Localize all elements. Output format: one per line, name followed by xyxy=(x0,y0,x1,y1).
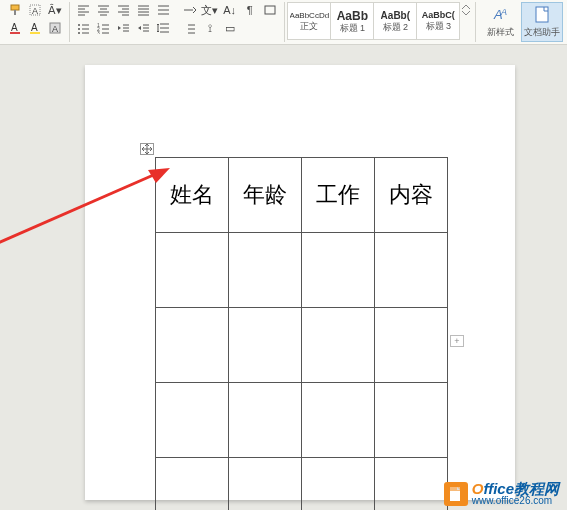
sort-icon[interactable]: A↓ xyxy=(221,2,239,18)
svg-rect-57 xyxy=(536,7,548,22)
format-painter-icon[interactable] xyxy=(6,2,24,18)
document-canvas: 姓名 年龄 工作 内容 + + xyxy=(0,45,567,510)
tab-settings-icon[interactable] xyxy=(181,2,199,18)
distribute-icon[interactable] xyxy=(155,2,173,18)
align-justify-icon[interactable] xyxy=(135,2,153,18)
table-cell-header[interactable]: 工作 xyxy=(302,158,375,233)
new-style-icon: AA xyxy=(491,6,509,24)
table-row[interactable] xyxy=(156,383,448,458)
align-right-icon[interactable] xyxy=(115,2,133,18)
styles-scroll[interactable] xyxy=(460,2,472,18)
svg-point-33 xyxy=(78,32,80,34)
document-table[interactable]: 姓名 年龄 工作 内容 xyxy=(155,157,448,510)
table-cell[interactable] xyxy=(302,383,375,458)
table-cell[interactable] xyxy=(156,233,229,308)
table-row[interactable]: 姓名 年龄 工作 内容 xyxy=(156,158,448,233)
line-spacing-icon[interactable] xyxy=(155,20,173,36)
watermark-url: www.office26.com xyxy=(472,496,559,506)
table-cell-header[interactable]: 内容 xyxy=(375,158,448,233)
table-cell[interactable] xyxy=(375,233,448,308)
svg-text:A: A xyxy=(31,22,38,33)
watermark-title: Office教程网 xyxy=(472,481,559,496)
svg-text:3: 3 xyxy=(97,30,100,34)
decrease-indent-icon[interactable] xyxy=(115,20,133,36)
shading-icon[interactable]: A xyxy=(46,20,64,36)
new-style-button[interactable]: AA 新样式 xyxy=(479,2,521,42)
table-move-handle[interactable] xyxy=(140,143,154,155)
style-heading-2[interactable]: AaBb( 标题 2 xyxy=(373,2,417,40)
page-setup-icon[interactable]: ▭ xyxy=(221,20,239,36)
table-row[interactable] xyxy=(156,233,448,308)
show-marks-icon[interactable]: ¶ xyxy=(241,2,259,18)
table-cell[interactable] xyxy=(302,308,375,383)
svg-rect-7 xyxy=(30,32,40,34)
svg-point-31 xyxy=(78,28,80,30)
align-center-icon[interactable] xyxy=(95,2,113,18)
paragraph-group: 123 xyxy=(71,0,177,38)
ruler-icon[interactable]: ⟟ xyxy=(201,20,219,36)
watermark-icon xyxy=(444,482,468,506)
table-cell[interactable] xyxy=(302,458,375,511)
table-cell[interactable] xyxy=(375,308,448,383)
table-cell[interactable] xyxy=(156,383,229,458)
doc-helper-button[interactable]: 文档助手 xyxy=(521,2,563,42)
indent-left-detail-icon[interactable] xyxy=(181,20,199,36)
table-cell[interactable] xyxy=(302,233,375,308)
style-normal[interactable]: AaBbCcDd 正文 xyxy=(287,2,331,40)
table-cell[interactable] xyxy=(375,383,448,458)
numbered-list-icon[interactable]: 123 xyxy=(95,20,113,36)
borders-icon[interactable] xyxy=(261,2,279,18)
text-border-icon[interactable]: A xyxy=(26,2,44,18)
table-add-column-handle[interactable]: + xyxy=(450,335,464,347)
doc-helper-icon xyxy=(534,6,550,24)
style-heading-1[interactable]: AaBb 标题 1 xyxy=(330,2,374,40)
table-cell[interactable] xyxy=(229,383,302,458)
font-format-group: A Ȃ▾ A A A xyxy=(2,0,68,38)
table-cell[interactable] xyxy=(375,458,448,511)
paragraph-group-2: 文▾ A↓ ¶ ⟟ ▭ xyxy=(177,0,283,38)
styles-gallery: AaBbCcDd 正文 AaBb 标题 1 AaBb( 标题 2 AaBbC( … xyxy=(285,0,474,42)
svg-text:A: A xyxy=(52,24,58,34)
table-cell-header[interactable]: 年龄 xyxy=(229,158,302,233)
table-cell[interactable] xyxy=(229,458,302,511)
watermark: Office教程网 www.office26.com xyxy=(444,481,559,506)
table-row[interactable] xyxy=(156,308,448,383)
increase-indent-icon[interactable] xyxy=(135,20,153,36)
svg-point-29 xyxy=(78,24,80,26)
table-cell[interactable] xyxy=(229,233,302,308)
table-cell-header[interactable]: 姓名 xyxy=(156,158,229,233)
ribbon-toolbar: A Ȃ▾ A A A 123 文▾ A↓ ¶ xyxy=(0,0,567,45)
align-left-icon[interactable] xyxy=(75,2,93,18)
svg-rect-51 xyxy=(265,6,275,14)
svg-text:A: A xyxy=(500,7,507,17)
svg-text:A: A xyxy=(11,22,18,33)
svg-text:A: A xyxy=(32,6,38,16)
highlight-color-icon[interactable]: A xyxy=(26,20,44,36)
font-color-icon[interactable]: A xyxy=(6,20,24,36)
bullet-list-icon[interactable] xyxy=(75,20,93,36)
svg-rect-5 xyxy=(10,32,20,34)
style-heading-3[interactable]: AaBbC( 标题 3 xyxy=(416,2,460,40)
table-cell[interactable] xyxy=(156,458,229,511)
text-direction-icon[interactable]: 文▾ xyxy=(201,2,219,18)
svg-rect-1 xyxy=(14,10,16,15)
table-row[interactable] xyxy=(156,458,448,511)
table-cell[interactable] xyxy=(156,308,229,383)
svg-rect-0 xyxy=(11,5,19,10)
table-cell[interactable] xyxy=(229,308,302,383)
case-toggle-icon[interactable]: Ȃ▾ xyxy=(46,2,64,18)
